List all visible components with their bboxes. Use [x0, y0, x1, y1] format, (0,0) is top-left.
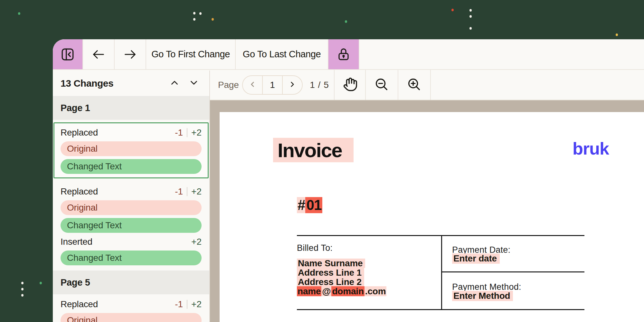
change-type-label: Replaced [61, 128, 98, 138]
panel-collapse-icon [60, 46, 76, 62]
section-header-page-5: Page 5 [53, 270, 209, 294]
lock-button[interactable] [328, 39, 359, 69]
page-indicator: 1 / 5 [307, 70, 332, 100]
back-button[interactable] [83, 39, 115, 69]
current-page-value[interactable]: 1 [262, 76, 282, 94]
removed-count: -1 [175, 128, 183, 138]
count-divider [187, 187, 187, 196]
billed-email: name@domain.com [297, 287, 386, 296]
background-dot [18, 12, 20, 15]
change-card-replaced-2[interactable]: Replaced -1 +2 Original Changed Text [53, 181, 209, 237]
invoice-title: Invoice [273, 139, 342, 162]
change-counts: -1 +2 [175, 299, 202, 309]
billed-to-block: Name Surname Address Line 1 Address Line… [297, 259, 386, 296]
card-header: Inserted +2 [61, 236, 202, 248]
hand-icon [343, 77, 358, 93]
chevron-left-icon [248, 80, 257, 90]
changed-text-pill[interactable]: Changed Text [61, 251, 202, 265]
count-divider [187, 300, 187, 309]
billed-to-label: Billed To: [297, 243, 333, 253]
background-dot [40, 282, 42, 284]
lock-icon [336, 47, 351, 62]
email-tld-segment: .com [365, 286, 387, 296]
toolbar-divider [430, 70, 431, 100]
previous-change-button[interactable] [165, 74, 184, 93]
email-at-segment: @ [321, 286, 331, 296]
removed-count: -1 [175, 186, 183, 197]
original-text-pill[interactable]: Original [61, 200, 202, 215]
billed-name: Name Surname [297, 259, 365, 268]
table-line-bottom [297, 309, 584, 310]
forward-button[interactable] [115, 39, 146, 69]
background-dot [451, 9, 454, 11]
background-dot [21, 288, 24, 290]
card-header: Replaced -1 +2 [61, 186, 202, 197]
go-to-last-change-button[interactable]: Go To Last Change [236, 39, 328, 69]
table-line-vertical [441, 235, 442, 310]
card-header: Replaced -1 +2 [61, 127, 202, 138]
background-dot [21, 294, 24, 297]
table-line-middle [441, 271, 584, 272]
pan-tool-button[interactable] [335, 70, 366, 100]
added-count: +2 [191, 128, 202, 138]
count-divider [187, 128, 187, 137]
app-window: Go To First Change Go To Last Change 13 … [53, 39, 644, 322]
payment-method-value: Enter Method [452, 291, 513, 301]
arrow-left-icon [91, 47, 106, 62]
previous-page-button[interactable] [243, 76, 262, 94]
brand-logo: bruk [573, 138, 609, 158]
background-dot [345, 20, 347, 23]
background-dot [469, 15, 472, 18]
collapse-sidebar-button[interactable] [53, 39, 83, 69]
background-dot [616, 33, 618, 36]
change-type-label: Replaced [61, 299, 98, 309]
background-dot [21, 282, 24, 284]
zoom-out-button[interactable] [366, 70, 397, 100]
background-dot [193, 12, 195, 14]
original-text-pill[interactable]: Original [61, 313, 202, 322]
page-label: Page [218, 70, 239, 100]
section-label: Page 1 [61, 103, 90, 113]
document-page: Invoice bruk # 01 Billed To: Name Surnam… [220, 112, 644, 322]
payment-date-value: Enter date [452, 253, 500, 264]
toolbar-spacer [359, 39, 644, 69]
chevron-down-icon [188, 77, 199, 90]
email-name-segment: name [297, 286, 321, 296]
arrow-right-icon [123, 47, 137, 62]
card-header: Replaced -1 +2 [61, 298, 202, 310]
invoice-number-value: 01 [305, 197, 322, 213]
page-stepper: 1 [242, 75, 303, 95]
background-dot [199, 12, 202, 15]
document-viewport[interactable]: Invoice bruk # 01 Billed To: Name Surnam… [210, 100, 644, 322]
background-dot [469, 27, 472, 30]
removed-count: -1 [175, 299, 183, 309]
change-card-replaced-3[interactable]: Replaced -1 +2 Original [53, 294, 209, 322]
added-count: +2 [191, 237, 202, 247]
added-count: +2 [191, 299, 202, 309]
change-card-inserted[interactable]: Inserted +2 Changed Text [53, 232, 209, 270]
billed-address-1: Address Line 1 [297, 268, 364, 277]
zoom-in-button[interactable] [398, 70, 430, 100]
original-text-pill[interactable]: Original [61, 141, 202, 156]
zoom-in-icon [407, 77, 421, 93]
change-counts: +2 [191, 237, 202, 247]
go-to-first-change-button[interactable]: Go To First Change [146, 39, 236, 69]
email-domain-segment: domain [331, 286, 364, 296]
changes-count-title: 13 Changes [61, 78, 165, 89]
changed-text-pill[interactable]: Changed Text [61, 159, 202, 174]
invoice-number-hash: # [297, 197, 305, 213]
section-label: Page 5 [61, 277, 90, 288]
change-counts: -1 +2 [175, 186, 202, 197]
changed-text-pill[interactable]: Changed Text [61, 218, 202, 233]
change-type-label: Replaced [61, 186, 98, 197]
change-card-replaced-1[interactable]: Replaced -1 +2 Original Changed Text [53, 122, 209, 178]
billed-address-2: Address Line 2 [297, 277, 364, 287]
next-change-button[interactable] [184, 74, 204, 93]
next-page-button[interactable] [282, 76, 302, 94]
added-count: +2 [191, 186, 202, 197]
section-header-page-1: Page 1 [53, 96, 209, 120]
background-dot [193, 18, 195, 21]
background-dot [469, 9, 472, 12]
invoice-title-highlight: Invoice [273, 138, 354, 162]
chevron-up-icon [169, 77, 180, 90]
